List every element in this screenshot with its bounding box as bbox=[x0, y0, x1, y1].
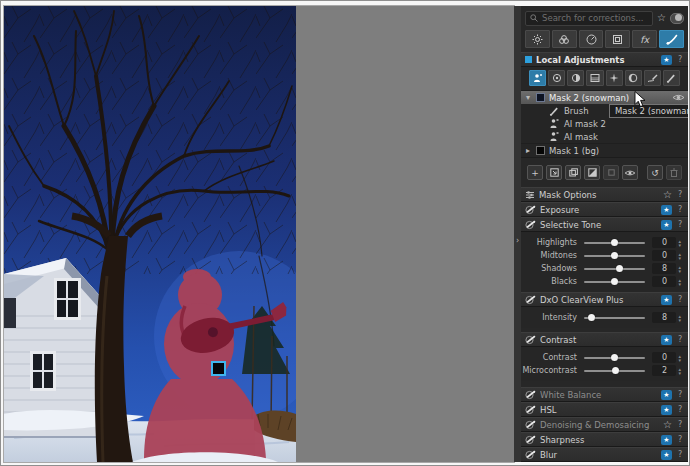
spin-down-icon[interactable]: ▾ bbox=[678, 318, 681, 322]
tool-auto-mask[interactable] bbox=[606, 70, 623, 86]
star-filled-icon[interactable]: ★ bbox=[661, 295, 672, 305]
mask1-color-checkbox[interactable] bbox=[536, 146, 545, 155]
local-adjustments-header[interactable]: Local Adjustments ★ ? bbox=[521, 52, 688, 67]
photo-canvas[interactable] bbox=[4, 6, 296, 462]
blacks-value[interactable]: 0 bbox=[652, 276, 676, 287]
help-icon[interactable]: ? bbox=[676, 220, 684, 229]
delete-mask-button[interactable] bbox=[666, 165, 682, 180]
favorites-filter-star-icon[interactable]: ☆ bbox=[657, 13, 666, 23]
spinner[interactable]: ▴▾ bbox=[678, 239, 681, 247]
denoising-header[interactable]: Denoising & Demosaicing ☆ ? bbox=[521, 417, 688, 432]
help-icon[interactable]: ? bbox=[676, 190, 684, 199]
spinner[interactable]: ▴▾ bbox=[678, 252, 681, 260]
mask-options-header[interactable]: Mask Options ☆ ? bbox=[521, 187, 688, 202]
star-filled-icon[interactable]: ★ bbox=[661, 335, 672, 345]
expander-open-icon[interactable]: ▾ bbox=[524, 91, 532, 104]
shadows-slider[interactable] bbox=[584, 268, 645, 270]
panel-collapse-strip[interactable]: › bbox=[514, 6, 521, 462]
help-icon[interactable]: ? bbox=[676, 435, 684, 444]
tool-luminosity-mask[interactable] bbox=[625, 70, 642, 86]
search-input[interactable] bbox=[542, 13, 648, 23]
help-icon[interactable]: ? bbox=[676, 205, 684, 214]
tab-color[interactable] bbox=[552, 30, 577, 48]
mask-control-point[interactable] bbox=[212, 362, 225, 375]
tab-effects[interactable]: fx bbox=[632, 30, 657, 48]
star-filled-icon[interactable]: ★ bbox=[661, 435, 672, 445]
help-icon[interactable]: ? bbox=[676, 295, 684, 304]
intensity-value[interactable]: 8 bbox=[652, 312, 676, 323]
highlights-value[interactable]: 0 bbox=[652, 237, 676, 248]
slider-thumb[interactable] bbox=[611, 239, 618, 246]
expander-closed-icon[interactable]: ▸ bbox=[524, 144, 532, 157]
blur-header[interactable]: Blur ★ ? bbox=[521, 447, 688, 462]
help-icon[interactable]: ? bbox=[676, 420, 684, 429]
favorite-star-icon[interactable]: ★ bbox=[661, 55, 672, 65]
star-filled-icon[interactable]: ★ bbox=[661, 405, 672, 415]
tool-brush[interactable] bbox=[663, 70, 680, 86]
tool-graduated-filter[interactable] bbox=[586, 70, 603, 86]
contrast-slider[interactable] bbox=[584, 357, 645, 359]
slider-thumb[interactable] bbox=[588, 314, 595, 321]
help-icon[interactable]: ? bbox=[676, 390, 684, 399]
add-mask-button[interactable]: + bbox=[527, 165, 543, 180]
reset-button[interactable]: ↺ bbox=[647, 165, 663, 180]
mask-visibility-eye-icon[interactable] bbox=[672, 93, 685, 102]
help-icon[interactable]: ? bbox=[676, 55, 684, 64]
microcontrast-value[interactable]: 2 bbox=[652, 365, 676, 376]
star-filled-icon[interactable]: ★ bbox=[661, 450, 672, 460]
midtones-value[interactable]: 0 bbox=[652, 250, 676, 261]
blacks-slider[interactable] bbox=[584, 281, 645, 283]
selective-tone-header[interactable]: Selective Tone ★ ? bbox=[521, 217, 688, 232]
spin-down-icon[interactable]: ▾ bbox=[678, 358, 681, 362]
slider-thumb[interactable] bbox=[611, 354, 618, 361]
help-icon[interactable]: ? bbox=[676, 405, 684, 414]
slider-thumb[interactable] bbox=[616, 265, 623, 272]
mask-row-active[interactable]: ▾ Mask 2 (snowman) bbox=[521, 91, 688, 104]
tab-geometry[interactable] bbox=[605, 30, 630, 48]
spin-down-icon[interactable]: ▾ bbox=[678, 371, 681, 375]
show-masks-button[interactable] bbox=[622, 165, 638, 180]
midtones-slider[interactable] bbox=[584, 255, 645, 257]
panel-toggle-switch[interactable] bbox=[670, 13, 684, 24]
highlights-slider[interactable] bbox=[584, 242, 645, 244]
clearview-header[interactable]: DxO ClearView Plus ★ ? bbox=[521, 292, 688, 307]
help-icon[interactable]: ? bbox=[676, 335, 684, 344]
panel-collapse-chevron-icon[interactable]: › bbox=[514, 236, 521, 246]
intensity-slider[interactable] bbox=[584, 317, 645, 319]
spinner[interactable]: ▴▾ bbox=[678, 354, 681, 362]
spinner[interactable]: ▴▾ bbox=[678, 314, 681, 322]
mask-row-bg[interactable]: ▸ Mask 1 (bg) bbox=[521, 143, 688, 157]
tab-light[interactable] bbox=[525, 30, 550, 48]
microcontrast-slider[interactable] bbox=[584, 370, 645, 372]
star-outline-icon[interactable]: ☆ bbox=[663, 190, 672, 200]
slider-thumb[interactable] bbox=[611, 278, 618, 285]
spinner[interactable]: ▴▾ bbox=[678, 367, 681, 375]
spin-down-icon[interactable]: ▾ bbox=[678, 269, 681, 273]
duplicate-mask-button[interactable] bbox=[565, 165, 581, 180]
mask-child-ai-mask[interactable]: AI mask bbox=[521, 130, 688, 143]
tab-detail[interactable] bbox=[579, 30, 604, 48]
sharpness-header[interactable]: Sharpness ★ ? bbox=[521, 432, 688, 447]
star-filled-icon[interactable]: ★ bbox=[661, 205, 672, 215]
contrast-value[interactable]: 0 bbox=[652, 352, 676, 363]
mask2-color-checkbox[interactable] bbox=[536, 93, 545, 102]
tool-ai-mask[interactable] bbox=[529, 70, 546, 86]
search-box[interactable] bbox=[525, 11, 653, 26]
tool-control-point[interactable] bbox=[548, 70, 565, 86]
slider-thumb[interactable] bbox=[612, 367, 619, 374]
tool-eraser[interactable] bbox=[644, 70, 661, 86]
slider-thumb[interactable] bbox=[611, 252, 618, 259]
spinner[interactable]: ▴▾ bbox=[678, 278, 681, 286]
spin-down-icon[interactable]: ▾ bbox=[678, 256, 681, 260]
exposure-header[interactable]: Exposure ★ ? bbox=[521, 202, 688, 217]
shadows-value[interactable]: 8 bbox=[652, 263, 676, 274]
tool-control-line[interactable] bbox=[567, 70, 584, 86]
star-filled-icon[interactable]: ★ bbox=[661, 220, 672, 230]
spinner[interactable]: ▴▾ bbox=[678, 265, 681, 273]
spin-down-icon[interactable]: ▾ bbox=[678, 282, 681, 286]
mask-child-ai-mask-2[interactable]: AI mask 2 bbox=[521, 117, 688, 130]
help-icon[interactable]: ? bbox=[676, 450, 684, 459]
spin-down-icon[interactable]: ▾ bbox=[678, 243, 681, 247]
mask-overlay-button[interactable] bbox=[603, 165, 619, 180]
star-outline-icon[interactable]: ☆ bbox=[663, 420, 672, 430]
